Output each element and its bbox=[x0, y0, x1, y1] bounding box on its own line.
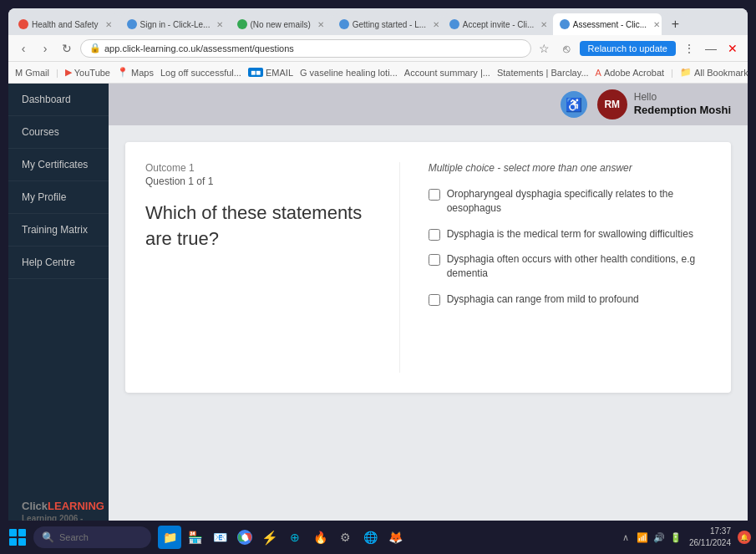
user-name-text: Hello Redemption Moshi bbox=[634, 91, 731, 118]
taskbar-volume[interactable]: 🔊 bbox=[652, 531, 666, 544]
user-full-name: Redemption Moshi bbox=[634, 104, 731, 118]
tab-new[interactable]: + bbox=[663, 13, 688, 35]
forward-button[interactable]: › bbox=[37, 40, 53, 57]
taskbar-search-box[interactable]: 🔍 bbox=[33, 526, 151, 548]
sidebar: Dashboard Courses My Certificates My Pro… bbox=[8, 84, 109, 546]
user-greeting: Hello bbox=[634, 91, 731, 104]
taskbar-mail[interactable]: 📧 bbox=[208, 526, 231, 549]
taskbar-battery[interactable]: 🔋 bbox=[669, 531, 682, 544]
taskbar-system-icons: ∧ 📶 🔊 🔋 bbox=[619, 531, 682, 544]
taskbar-chrome[interactable] bbox=[233, 526, 256, 549]
taskbar-wifi[interactable]: 📶 bbox=[636, 531, 649, 544]
taskbar-notification-bell[interactable]: 🔔 bbox=[738, 531, 751, 544]
taskbar-time: 17:37 26/11/2024 bbox=[689, 526, 731, 549]
assessment-area: Outcome 1 Question 1 of 1 Which of these… bbox=[109, 125, 748, 546]
svg-point-2 bbox=[242, 535, 248, 541]
star-button[interactable]: ☆ bbox=[536, 40, 553, 57]
address-bar-row: ‹ › ↻ 🔒 app.click-learning.co.uk/assessm… bbox=[8, 35, 748, 62]
user-badge: RM Hello Redemption Moshi bbox=[597, 89, 731, 119]
tab-close-invite[interactable]: ✕ bbox=[540, 20, 547, 29]
assessment-card: Outcome 1 Question 1 of 1 Which of these… bbox=[125, 142, 731, 393]
time-display: 17:37 bbox=[689, 526, 731, 537]
outcome-label: Outcome 1 bbox=[145, 162, 383, 174]
sidebar-item-help[interactable]: Help Centre bbox=[8, 247, 109, 279]
accessibility-icon[interactable]: ♿ bbox=[561, 91, 587, 118]
taskbar: 🔍 📁 🏪 📧 ⚡ ⊕ 🔥 bbox=[0, 521, 756, 554]
bookmark-vaseline[interactable]: G vaseline healing loti... bbox=[300, 68, 398, 78]
taskbar-firefox[interactable]: 🦊 bbox=[383, 526, 407, 549]
page-content: Dashboard Courses My Certificates My Pro… bbox=[8, 84, 748, 546]
taskbar-apps: 📁 🏪 📧 ⚡ ⊕ 🔥 ⚙ bbox=[158, 526, 407, 549]
tab-bar: Health and Safety ✕ Sign in - Click-Le..… bbox=[8, 8, 748, 35]
tab-getting-started[interactable]: Getting started - L... ✕ bbox=[332, 13, 441, 35]
search-icon: 🔍 bbox=[42, 531, 54, 543]
answer-pane: Multiple choice - select more than one a… bbox=[420, 162, 711, 373]
bookmark-youtube[interactable]: ▶ YouTube bbox=[65, 67, 110, 78]
reload-button[interactable]: ↻ bbox=[58, 40, 75, 57]
taskbar-up-arrow[interactable]: ∧ bbox=[619, 531, 632, 544]
share-button[interactable]: ⎋ bbox=[558, 40, 575, 57]
question-text: Which of these statements are true? bbox=[145, 201, 383, 252]
bookmark-all[interactable]: 📁 All Bookmarks bbox=[680, 67, 748, 78]
bookmark-maps[interactable]: 📍 Maps bbox=[117, 67, 154, 78]
tab-health-safety[interactable]: Health and Safety ✕ bbox=[12, 13, 119, 35]
sidebar-item-profile[interactable]: My Profile bbox=[8, 181, 109, 214]
main-area: ♿ RM Hello Redemption Moshi bbox=[109, 84, 748, 546]
user-avatar: RM bbox=[597, 89, 627, 119]
multiple-choice-label: Multiple choice - select more than one a… bbox=[429, 162, 711, 174]
tab-accept-invite[interactable]: Accept invite - Cli... ✕ bbox=[443, 13, 551, 35]
brand-learning: LEARNING bbox=[48, 500, 104, 512]
windows-icon bbox=[9, 529, 26, 546]
taskbar-gear[interactable]: ⚙ bbox=[333, 526, 357, 549]
tab-close-assessment[interactable]: ✕ bbox=[653, 20, 660, 29]
bookmark-logoff[interactable]: Log off successful... bbox=[160, 68, 241, 78]
answer-option-4[interactable]: Dysphagia can range from mild to profoun… bbox=[429, 292, 711, 307]
taskbar-lightning[interactable]: ⚡ bbox=[258, 526, 282, 549]
brand-click: Click bbox=[22, 500, 48, 512]
tab-email[interactable]: (No new emails) ✕ bbox=[231, 13, 331, 35]
sidebar-item-courses[interactable]: Courses bbox=[8, 116, 109, 149]
taskbar-right: ∧ 📶 🔊 🔋 17:37 26/11/2024 🔔 bbox=[619, 526, 751, 549]
minimize-button[interactable]: — bbox=[703, 40, 719, 57]
lock-icon: 🔒 bbox=[89, 43, 101, 53]
tab-signin[interactable]: Sign in - Click-Le... ✕ bbox=[120, 13, 229, 35]
bookmark-email[interactable]: ■■ EMAIL bbox=[248, 68, 293, 78]
search-input[interactable] bbox=[59, 532, 143, 542]
answer-checkbox-1[interactable] bbox=[429, 189, 440, 201]
relaunch-button[interactable]: Relaunch to update bbox=[580, 41, 676, 56]
tab-close-health[interactable]: ✕ bbox=[105, 20, 112, 29]
taskbar-circles[interactable]: ⊕ bbox=[283, 526, 307, 549]
taskbar-globe[interactable]: 🌐 bbox=[358, 526, 382, 549]
answer-checkbox-3[interactable] bbox=[429, 254, 440, 266]
answer-text-4: Dysphagia can range from mild to profoun… bbox=[447, 292, 639, 307]
answer-checkbox-2[interactable] bbox=[429, 229, 440, 241]
tab-assessment[interactable]: Assessment - Clic... ✕ bbox=[553, 13, 662, 35]
answer-text-3: Dysphagia often occurs with other health… bbox=[447, 252, 711, 281]
tab-close-gs[interactable]: ✕ bbox=[433, 20, 439, 29]
taskbar-store[interactable]: 🏪 bbox=[183, 526, 206, 549]
answer-option-1[interactable]: Oropharyngeal dysphagia specifically rel… bbox=[429, 187, 711, 216]
bookmark-statements[interactable]: Statements | Barclay... bbox=[497, 68, 589, 78]
bookmarks-bar: M Gmail | ▶ YouTube 📍 Maps Log off succe… bbox=[8, 62, 748, 84]
menu-button[interactable]: ⋮ bbox=[681, 40, 698, 57]
taskbar-fire[interactable]: 🔥 bbox=[308, 526, 332, 549]
bookmark-acrobat[interactable]: A Adobe Acrobat bbox=[596, 68, 665, 78]
question-pane: Outcome 1 Question 1 of 1 Which of these… bbox=[145, 162, 400, 373]
tab-close-email[interactable]: ✕ bbox=[317, 20, 324, 29]
browser-window: Health and Safety ✕ Sign in - Click-Le..… bbox=[8, 8, 748, 546]
answer-option-3[interactable]: Dysphagia often occurs with other health… bbox=[429, 252, 711, 281]
address-box[interactable]: 🔒 app.click-learning.co.uk/assessment/qu… bbox=[80, 39, 531, 58]
bookmark-account[interactable]: Account summary |... bbox=[404, 68, 490, 78]
back-button[interactable]: ‹ bbox=[15, 40, 32, 57]
answer-option-2[interactable]: Dysphagia is the medical term for swallo… bbox=[429, 227, 711, 241]
sidebar-item-training[interactable]: Training Matrix bbox=[8, 214, 109, 247]
address-text: app.click-learning.co.uk/assessment/ques… bbox=[104, 43, 294, 53]
bookmark-gmail[interactable]: M Gmail bbox=[15, 68, 49, 78]
answer-checkbox-4[interactable] bbox=[429, 294, 440, 306]
sidebar-item-certificates[interactable]: My Certificates bbox=[8, 149, 109, 181]
tab-close-signin[interactable]: ✕ bbox=[216, 20, 223, 29]
close-button[interactable]: ✕ bbox=[724, 40, 741, 57]
sidebar-item-dashboard[interactable]: Dashboard bbox=[8, 84, 109, 116]
start-button[interactable] bbox=[5, 526, 30, 549]
taskbar-explorer[interactable]: 📁 bbox=[158, 526, 181, 549]
